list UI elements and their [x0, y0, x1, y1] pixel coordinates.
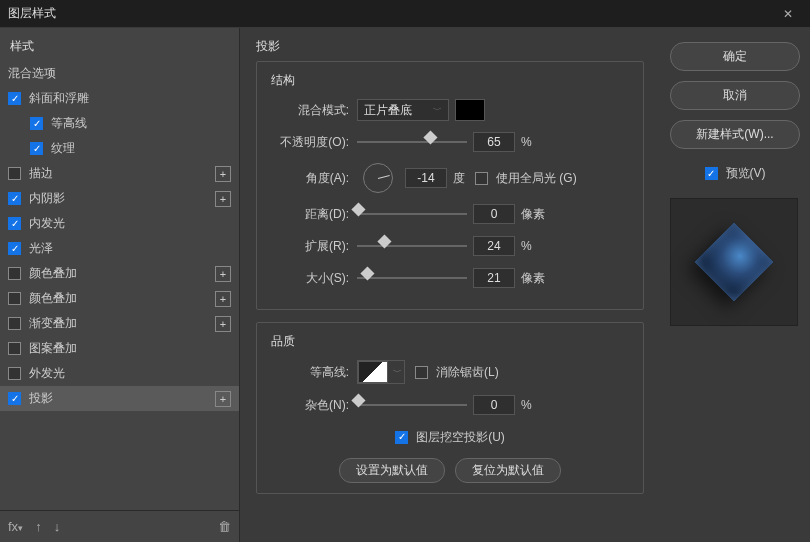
sidebar-item-5[interactable]: 内发光 — [0, 211, 239, 236]
sidebar-list: 样式 混合选项 斜面和浮雕等高线纹理描边+内阴影+内发光光泽颜色叠加+颜色叠加+… — [0, 28, 239, 510]
spread-unit: % — [521, 239, 532, 253]
sidebar-item-12[interactable]: 投影+ — [0, 386, 239, 411]
plus-icon[interactable]: + — [215, 191, 231, 207]
antialias-checkbox[interactable]: 消除锯齿(L) — [415, 364, 499, 381]
sidebar-styles-header: 样式 — [0, 28, 239, 61]
noise-input[interactable] — [473, 395, 515, 415]
antialias-label: 消除锯齿(L) — [436, 364, 499, 381]
sidebar-item-label: 纹理 — [51, 140, 231, 157]
fx-icon[interactable]: fx▾ — [8, 519, 23, 534]
preview-checkbox[interactable]: 预览(V) — [670, 165, 800, 182]
sidebar-item-label: 描边 — [29, 165, 215, 182]
opacity-input[interactable] — [473, 132, 515, 152]
sidebar-footer: fx▾ ↑ ↓ 🗑 — [0, 510, 239, 542]
trash-icon[interactable]: 🗑 — [218, 519, 231, 534]
sidebar-item-label: 渐变叠加 — [29, 315, 215, 332]
close-icon[interactable]: ✕ — [774, 0, 802, 28]
sidebar-item-8[interactable]: 颜色叠加+ — [0, 286, 239, 311]
plus-icon[interactable]: + — [215, 391, 231, 407]
preview-thumbnail — [694, 222, 773, 301]
checkbox-icon — [705, 167, 718, 180]
ok-button[interactable]: 确定 — [670, 42, 800, 71]
sidebar-item-7[interactable]: 颜色叠加+ — [0, 261, 239, 286]
checkbox-icon — [475, 172, 488, 185]
checkbox-icon[interactable] — [8, 167, 21, 180]
cancel-button[interactable]: 取消 — [670, 81, 800, 110]
opacity-slider[interactable] — [357, 133, 467, 151]
global-light-checkbox[interactable]: 使用全局光 (G) — [475, 170, 577, 187]
distance-slider[interactable] — [357, 205, 467, 223]
arrow-up-icon[interactable]: ↑ — [35, 519, 42, 534]
contour-picker[interactable]: ﹀ — [357, 360, 405, 384]
sidebar-item-11[interactable]: 外发光 — [0, 361, 239, 386]
distance-input[interactable] — [473, 204, 515, 224]
checkbox-icon[interactable] — [8, 317, 21, 330]
checkbox-icon — [415, 366, 428, 379]
checkbox-icon[interactable] — [8, 92, 21, 105]
sidebar-item-2[interactable]: 纹理 — [0, 136, 239, 161]
quality-title: 品质 — [267, 333, 633, 350]
sidebar-item-9[interactable]: 渐变叠加+ — [0, 311, 239, 336]
angle-input[interactable] — [405, 168, 447, 188]
distance-label: 距离(D): — [267, 206, 357, 223]
checkbox-icon — [395, 431, 408, 444]
new-style-button[interactable]: 新建样式(W)... — [670, 120, 800, 149]
sidebar-item-0[interactable]: 斜面和浮雕 — [0, 86, 239, 111]
checkbox-icon[interactable] — [8, 392, 21, 405]
checkbox-icon[interactable] — [8, 367, 21, 380]
sidebar-item-label: 光泽 — [29, 240, 231, 257]
sidebar-item-6[interactable]: 光泽 — [0, 236, 239, 261]
sidebar-item-label: 颜色叠加 — [29, 265, 215, 282]
blend-mode-dropdown[interactable]: 正片叠底 ﹀ — [357, 99, 449, 121]
plus-icon[interactable]: + — [215, 166, 231, 182]
noise-label: 杂色(N): — [267, 397, 357, 414]
sidebar-item-3[interactable]: 描边+ — [0, 161, 239, 186]
checkbox-icon[interactable] — [8, 242, 21, 255]
global-light-label: 使用全局光 (G) — [496, 170, 577, 187]
sidebar-item-label: 图案叠加 — [29, 340, 231, 357]
contour-label: 等高线: — [267, 364, 357, 381]
size-input[interactable] — [473, 268, 515, 288]
sidebar-item-label: 投影 — [29, 390, 215, 407]
angle-dial[interactable] — [363, 163, 393, 193]
sidebar-item-1[interactable]: 等高线 — [0, 111, 239, 136]
plus-icon[interactable]: + — [215, 266, 231, 282]
knockout-checkbox[interactable]: 图层挖空投影(U) — [395, 429, 505, 446]
noise-unit: % — [521, 398, 532, 412]
checkbox-icon[interactable] — [8, 292, 21, 305]
preview-label: 预览(V) — [726, 165, 766, 182]
plus-icon[interactable]: + — [215, 316, 231, 332]
reset-default-button[interactable]: 复位为默认值 — [455, 458, 561, 483]
sidebar-item-4[interactable]: 内阴影+ — [0, 186, 239, 211]
titlebar: 图层样式 ✕ — [0, 0, 810, 28]
plus-icon[interactable]: + — [215, 291, 231, 307]
blend-mode-value: 正片叠底 — [364, 102, 412, 119]
contour-preview — [358, 361, 388, 383]
set-default-button[interactable]: 设置为默认值 — [339, 458, 445, 483]
spread-input[interactable] — [473, 236, 515, 256]
structure-group: 结构 混合模式: 正片叠底 ﹀ 不透明度(O): % 角度(A): 度 — [256, 61, 644, 310]
size-slider[interactable] — [357, 269, 467, 287]
sidebar-blending-options[interactable]: 混合选项 — [0, 61, 239, 86]
spread-slider[interactable] — [357, 237, 467, 255]
blend-mode-label: 混合模式: — [267, 102, 357, 119]
checkbox-icon[interactable] — [8, 192, 21, 205]
sidebar-item-label: 颜色叠加 — [29, 290, 215, 307]
chevron-down-icon: ﹀ — [433, 104, 442, 117]
sidebar-item-10[interactable]: 图案叠加 — [0, 336, 239, 361]
arrow-down-icon[interactable]: ↓ — [54, 519, 61, 534]
structure-title: 结构 — [267, 72, 633, 89]
content-panel: 投影 结构 混合模式: 正片叠底 ﹀ 不透明度(O): % 角度(A): — [240, 28, 660, 542]
sidebar-item-label: 外发光 — [29, 365, 231, 382]
checkbox-icon[interactable] — [30, 142, 43, 155]
window-title: 图层样式 — [8, 5, 774, 22]
preview-box — [670, 198, 798, 326]
shadow-color-swatch[interactable] — [455, 99, 485, 121]
checkbox-icon[interactable] — [8, 217, 21, 230]
main-layout: 样式 混合选项 斜面和浮雕等高线纹理描边+内阴影+内发光光泽颜色叠加+颜色叠加+… — [0, 28, 810, 542]
noise-slider[interactable] — [357, 396, 467, 414]
angle-label: 角度(A): — [267, 170, 357, 187]
checkbox-icon[interactable] — [8, 267, 21, 280]
checkbox-icon[interactable] — [8, 342, 21, 355]
checkbox-icon[interactable] — [30, 117, 43, 130]
